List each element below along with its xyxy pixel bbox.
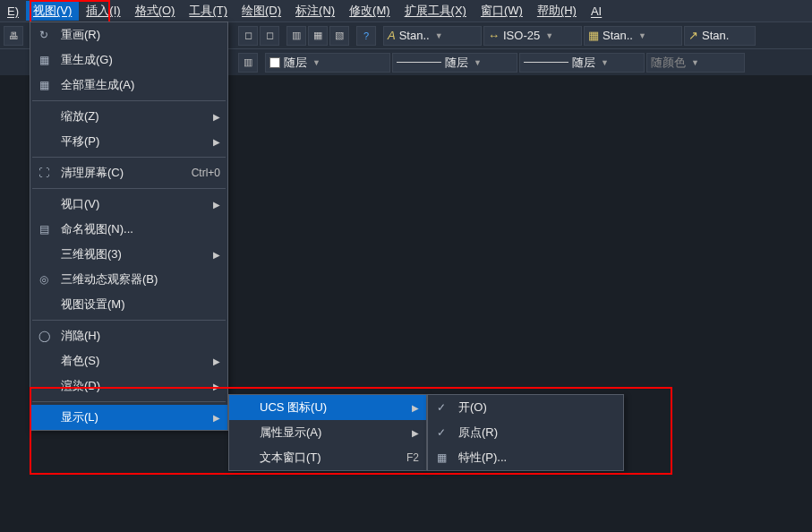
check-icon: ✓	[432, 423, 451, 442]
chevron-right-icon: ▶	[213, 250, 220, 260]
chevron-right-icon: ▶	[213, 112, 220, 122]
menu-insert[interactable]: 插入(I)	[79, 1, 127, 21]
menu-separator	[32, 100, 226, 101]
display-submenu: UCS 图标(U)▶ 属性显示(A)▶ 文本窗口(T)F2	[228, 394, 427, 471]
lineweight-combo[interactable]: 随层▼	[519, 53, 645, 73]
print-icon[interactable]: 🖶	[4, 26, 23, 46]
menu-help[interactable]: 帮助(H)	[530, 1, 584, 21]
menu-separator	[32, 188, 226, 189]
line-sample-icon	[397, 62, 441, 63]
tool-icon-d[interactable]: ▦	[308, 26, 328, 46]
menu-3dview[interactable]: 三维视图(3)▶	[30, 242, 227, 267]
tool-icon-c[interactable]: ▥	[286, 26, 306, 46]
menu-separator	[32, 157, 226, 158]
menu-display[interactable]: 显示(L)▶	[30, 405, 227, 430]
regen-icon: ▦	[34, 50, 54, 70]
table-style-icon: ▦	[588, 29, 599, 42]
dim-style-icon: ↔	[488, 29, 500, 42]
chevron-right-icon: ▶	[213, 356, 220, 366]
menu-cleanscreen[interactable]: ⛶清理屏幕(C)Ctrl+0	[30, 160, 227, 185]
menu-zoom[interactable]: 缩放(Z)▶	[30, 104, 227, 129]
menu-window[interactable]: 窗口(W)	[474, 1, 530, 21]
orbit-icon: ◎	[34, 270, 54, 289]
named-view-icon: ▤	[34, 219, 54, 239]
line-sample-icon	[524, 62, 568, 63]
menu-pan[interactable]: 平移(P)▶	[30, 129, 227, 154]
tool-icon-f[interactable]: ▥	[238, 53, 258, 73]
tool-icon-e[interactable]: ▧	[329, 26, 349, 46]
menu-shade[interactable]: 着色(S)▶	[30, 348, 227, 373]
menu-edit-tail[interactable]: E)	[0, 3, 26, 20]
chevron-right-icon: ▶	[213, 200, 220, 210]
menu-view-settings[interactable]: 视图设置(M)	[30, 292, 227, 317]
menu-separator	[32, 320, 226, 321]
menu-redraw[interactable]: ↻重画(R)	[30, 22, 227, 47]
linetype-combo[interactable]: 随层▼	[392, 53, 517, 73]
tool-icon-a[interactable]: ◻	[238, 26, 258, 46]
ucs-submenu: ✓开(O) ✓原点(R) ▦特性(P)...	[427, 394, 624, 471]
menu-modify[interactable]: 修改(M)	[342, 1, 397, 21]
layer-combo[interactable]: 随层▼	[265, 53, 390, 73]
chevron-right-icon: ▶	[412, 403, 419, 413]
menu-text-window[interactable]: 文本窗口(T)F2	[229, 445, 426, 470]
menu-ucs-origin[interactable]: ✓原点(R)	[428, 420, 623, 445]
menu-tools[interactable]: 工具(T)	[182, 1, 235, 21]
menu-regen-all[interactable]: ▦全部重生成(A)	[30, 73, 227, 98]
menu-regen[interactable]: ▦重生成(G)	[30, 47, 227, 73]
dimstyle-combo[interactable]: ↔ ISO-25▼	[483, 26, 582, 46]
chevron-right-icon: ▶	[213, 137, 220, 147]
menu-render[interactable]: 渲染(D)▶	[30, 373, 227, 399]
menu-3dorbit[interactable]: ◎三维动态观察器(B)	[30, 267, 227, 292]
menu-annotate[interactable]: 标注(N)	[288, 1, 342, 21]
menu-viewport[interactable]: 视口(V)▶	[30, 192, 227, 217]
menu-ucs-on[interactable]: ✓开(O)	[428, 395, 623, 420]
chevron-right-icon: ▶	[213, 382, 220, 391]
menu-extra-tools[interactable]: 扩展工具(X)	[397, 1, 474, 21]
hide-icon: ◯	[34, 326, 54, 346]
cleanscreen-icon: ⛶	[34, 163, 54, 183]
menu-named-view[interactable]: ▤命名视图(N)...	[30, 217, 227, 242]
mleaderstyle-combo[interactable]: ↗ Stan.	[684, 26, 756, 46]
redraw-icon: ↻	[34, 25, 54, 45]
view-dropdown: ↻重画(R) ▦重生成(G) ▦全部重生成(A) 缩放(Z)▶ 平移(P)▶ ⛶…	[30, 21, 228, 431]
menu-view[interactable]: 视图(V)	[26, 1, 79, 21]
check-icon: ✓	[432, 398, 451, 417]
menu-ai[interactable]: AI	[584, 3, 609, 20]
menu-ucs-properties[interactable]: ▦特性(P)...	[428, 445, 623, 470]
menu-draw[interactable]: 绘图(D)	[235, 1, 288, 21]
menu-ucs-icon[interactable]: UCS 图标(U)▶	[229, 395, 426, 420]
layer-swatch-icon	[269, 57, 280, 68]
menubar: E) 视图(V) 插入(I) 格式(O) 工具(T) 绘图(D) 标注(N) 修…	[0, 0, 812, 21]
chevron-right-icon: ▶	[412, 428, 419, 438]
menu-format[interactable]: 格式(O)	[128, 1, 183, 21]
regen-all-icon: ▦	[34, 75, 54, 95]
tablestyle-combo[interactable]: ▦ Stan..▼	[584, 26, 682, 46]
menu-attr-display[interactable]: 属性显示(A)▶	[229, 420, 426, 445]
chevron-right-icon: ▶	[213, 413, 220, 423]
help-icon[interactable]: ?	[356, 26, 376, 46]
text-style-icon: A	[388, 29, 396, 42]
menu-separator	[32, 401, 226, 402]
color-combo[interactable]: 随颜色▼	[646, 53, 745, 73]
textstyle-combo[interactable]: A Stan..▼	[383, 26, 482, 46]
menu-hide[interactable]: ◯消隐(H)	[30, 323, 227, 348]
properties-icon: ▦	[432, 448, 451, 468]
tool-icon-b[interactable]: ◻	[260, 26, 279, 46]
mleader-style-icon: ↗	[688, 29, 698, 42]
